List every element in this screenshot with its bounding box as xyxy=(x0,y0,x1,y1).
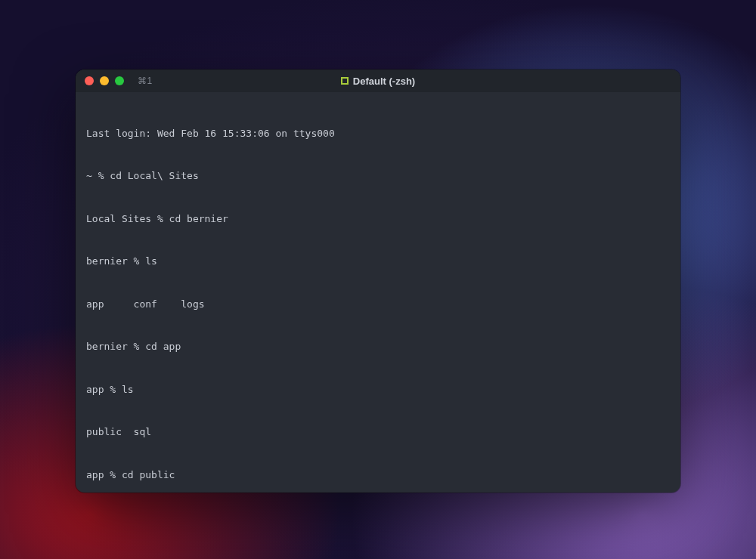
close-icon[interactable] xyxy=(85,76,94,85)
terminal-window: ⌘1 Default (-zsh) Last login: Wed Feb 16… xyxy=(76,69,680,493)
cmd-line: ~ % cd Local\ Sites xyxy=(86,169,670,184)
last-login-line: Last login: Wed Feb 16 15:33:06 on ttys0… xyxy=(86,127,670,141)
window-title-text: Default (-zsh) xyxy=(353,76,415,87)
cmd-line: Local Sites % cd bernier xyxy=(86,212,670,227)
output-line: app conf logs xyxy=(86,298,670,312)
output-line: public sql xyxy=(86,425,670,440)
minimize-icon[interactable] xyxy=(100,76,109,85)
titlebar[interactable]: ⌘1 Default (-zsh) xyxy=(76,69,680,92)
cmd-line: app % ls xyxy=(86,383,670,397)
terminal-body[interactable]: Last login: Wed Feb 16 15:33:06 on ttys0… xyxy=(76,92,680,493)
terminal-icon xyxy=(341,77,349,85)
cmd-line: app % cd public xyxy=(86,468,670,483)
traffic-lights xyxy=(85,76,124,85)
window-title: Default (-zsh) xyxy=(76,76,680,87)
cmd-line: bernier % cd app xyxy=(86,340,670,354)
maximize-icon[interactable] xyxy=(115,76,124,85)
cmd-line: bernier % ls xyxy=(86,255,670,269)
tab-indicator[interactable]: ⌘1 xyxy=(138,76,153,86)
